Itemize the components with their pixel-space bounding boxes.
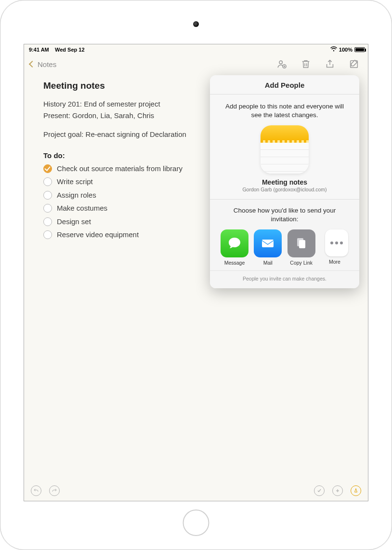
- battery-icon: [354, 47, 365, 52]
- todo-checkbox[interactable]: [43, 164, 52, 173]
- wifi-icon: [330, 46, 337, 53]
- share-mail-button[interactable]: Mail: [252, 229, 284, 266]
- navbar-right: [276, 59, 364, 69]
- more-icon: [325, 229, 348, 256]
- share-copy-label: Copy Link: [290, 260, 313, 266]
- trash-icon[interactable]: [301, 59, 311, 69]
- home-button[interactable]: [183, 510, 209, 536]
- todo-label: Assign roles: [57, 190, 96, 201]
- share-copy-link-button[interactable]: Copy Link: [286, 229, 317, 266]
- todo-label: Write script: [57, 176, 93, 188]
- shared-note-title: Meeting notes: [220, 178, 350, 186]
- battery-percent: 100%: [339, 47, 353, 53]
- todo-checkbox[interactable]: [43, 230, 52, 239]
- add-people-popover: Add People Add people to this note and e…: [210, 75, 359, 288]
- mail-icon: [254, 229, 282, 257]
- shared-note-owner: Gordon Garb (gordoxox@icloud.com): [220, 187, 350, 192]
- invite-section: Choose how you'd like to send your invit…: [210, 200, 359, 270]
- back-label: Notes: [38, 60, 56, 68]
- navbar: Notes: [24, 54, 368, 74]
- status-bar: 9:41 AM Wed Sep 12 100%: [24, 44, 368, 54]
- invite-prompt: Choose how you'd like to send your invit…: [218, 206, 352, 223]
- share-message-button[interactable]: Message: [219, 229, 250, 266]
- message-icon: [221, 229, 248, 257]
- todo-label: Design set: [57, 216, 91, 228]
- ipad-device-frame: 9:41 AM Wed Sep 12 100% Notes: [0, 0, 392, 550]
- todo-checkbox[interactable]: [43, 177, 52, 186]
- popover-info-section: Add people to this note and everyone wil…: [210, 94, 359, 199]
- popover-description: Add people to this note and everyone wil…: [220, 102, 350, 120]
- share-more-label: More: [329, 259, 340, 265]
- todo-label: Check out source materials from library: [57, 163, 183, 174]
- add-attachment-icon[interactable]: [332, 485, 343, 496]
- share-message-label: Message: [224, 260, 245, 266]
- share-icon[interactable]: [325, 59, 335, 69]
- popover-footer: People you invite can make changes.: [210, 270, 359, 288]
- svg-rect-5: [299, 240, 305, 248]
- todo-label: Make costumes: [57, 203, 107, 214]
- status-right: 100%: [330, 46, 365, 53]
- todo-checkbox[interactable]: [43, 217, 52, 226]
- screen: 9:41 AM Wed Sep 12 100% Notes: [24, 44, 368, 501]
- chevron-left-icon: [29, 61, 36, 67]
- copy-link-icon: [287, 229, 315, 257]
- back-button[interactable]: Notes: [28, 60, 56, 68]
- checklist-icon[interactable]: [314, 485, 325, 496]
- redo-icon[interactable]: [49, 485, 60, 496]
- share-mail-label: Mail: [263, 260, 273, 266]
- front-camera: [193, 21, 199, 27]
- bottom-toolbar: [24, 481, 368, 501]
- markup-icon[interactable]: [351, 485, 361, 496]
- todo-checkbox[interactable]: [43, 204, 52, 213]
- notes-app-icon: [261, 125, 309, 174]
- status-time: 9:41 AM: [29, 47, 49, 53]
- svg-rect-3: [262, 240, 274, 247]
- add-people-icon[interactable]: [276, 59, 287, 69]
- undo-icon[interactable]: [31, 485, 41, 496]
- todo-checkbox[interactable]: [43, 191, 52, 200]
- todo-label: Reserve video equipment: [57, 229, 139, 241]
- status-date: Wed Sep 12: [55, 47, 85, 53]
- status-left: 9:41 AM Wed Sep 12: [29, 47, 85, 53]
- popover-title: Add People: [210, 75, 359, 94]
- compose-icon[interactable]: [349, 59, 359, 69]
- share-more-button[interactable]: More: [319, 229, 351, 266]
- share-options: Message Mail Copy Link: [218, 229, 352, 266]
- svg-point-0: [279, 61, 282, 64]
